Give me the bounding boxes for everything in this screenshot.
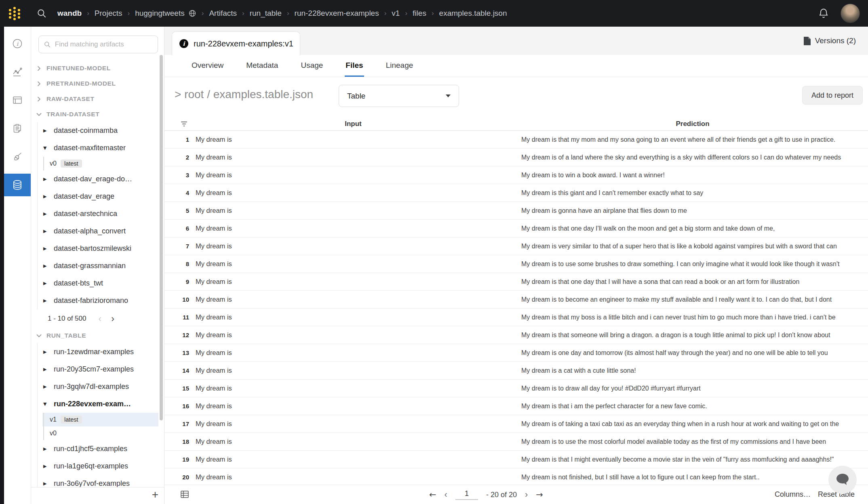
breadcrumb-v1[interactable]: v1 [392,9,400,18]
rail-item-info[interactable]: i [4,29,31,58]
breadcrumb-wandb[interactable]: wandb [57,9,82,18]
table-view-icon[interactable] [181,491,189,498]
table-row[interactable]: 6My dream isMy dream is that one day I'l… [164,220,868,237]
tree-item-dataset-dav-erage-do[interactable]: ▶dataset-dav_erage-do… [31,170,159,188]
tab-files[interactable]: Files [345,55,364,77]
table-row[interactable]: 15My dream isMy dream is to draw all day… [164,380,868,397]
tree-item-dataset-arstechnica[interactable]: ▶dataset-arstechnica [31,205,159,223]
wandb-logo-icon[interactable] [6,5,23,21]
tree-item-dataset-dav-erage[interactable]: ▶dataset-dav_erage [31,188,159,205]
table-row[interactable]: 13My dream isMy dream is one day and tom… [164,344,868,362]
versions-button[interactable]: Versions (2) [803,27,856,55]
column-header-input[interactable]: Input [189,120,517,128]
tab-lineage[interactable]: Lineage [385,55,414,77]
tree-item-dataset-alpha-convert[interactable]: ▶dataset-alpha_convert [31,223,159,240]
artifact-version-tab[interactable]: i run-228evxem-examples:v1 [172,32,300,55]
table-row[interactable]: 7My dream isMy dream is very similar to … [164,237,868,255]
chevron-right-icon [36,81,42,86]
input-cell: My dream is [189,349,517,357]
artifact-search-input[interactable] [54,40,153,49]
breadcrumb-run-table[interactable]: run_table [250,9,282,18]
rail-item-charts[interactable] [4,58,31,86]
page-number-input[interactable]: 1 [455,489,478,500]
tree-item-run-20y35cm7-examples[interactable]: ▶run-20y35cm7-examples [31,361,159,378]
table-row[interactable]: 20My dream isMy dream is not finished, b… [164,468,868,486]
artifact-search[interactable] [38,36,158,53]
tab-overview[interactable]: Overview [191,55,224,77]
tab-metadata[interactable]: Metadata [245,55,279,77]
tree-section-train-dataset[interactable]: TRAIN-DATASET [31,107,159,122]
table-row[interactable]: 3My dream isMy dream is to win a book aw… [164,166,868,184]
table-row[interactable]: 17My dream isMy dream is of taking a tax… [164,415,868,433]
breadcrumb-huggingtweets[interactable]: huggingtweets [135,9,185,18]
prev-chevron[interactable]: ‹ [98,314,101,323]
table-row[interactable]: 14My dream isMy dream is a cat with a cu… [164,362,868,380]
file-path[interactable]: > root / examples.table.json [175,88,313,101]
table-row[interactable]: 5My dream isMy dream is gonna have an ai… [164,202,868,220]
breadcrumb-files[interactable]: files [413,9,426,18]
rail-item-reports[interactable] [4,114,31,143]
table-row[interactable]: 19My dream isMy dream is that I might ev… [164,451,868,468]
tree-section-raw-dataset[interactable]: RAW-DATASET [31,91,159,107]
table-row[interactable]: 4My dream isMy dream is this giant and I… [164,184,868,202]
input-cell: My dream is [189,456,517,463]
tree-item-run-1zewdmar-examples[interactable]: ▶run-1zewdmar-examples [31,343,159,361]
tree-item-dataset-coinmamba[interactable]: ▶dataset-coinmamba [31,122,159,139]
last-page-arrow[interactable]: → [536,490,543,500]
tree-item-dataset-maxfitemaster[interactable]: ▼dataset-maxfitemaster [31,139,159,157]
chat-support-fab[interactable] [828,466,857,494]
add-artifact-button[interactable]: + [152,488,158,501]
table-row[interactable]: 11My dream isMy dream is that my boss is… [164,309,868,326]
table-row[interactable]: 10My dream isMy dream is to become an en… [164,291,868,309]
rail-item-sweeps[interactable] [4,143,31,171]
tree-item-dataset-bts-twt[interactable]: ▶dataset-bts_twt [31,275,159,292]
add-to-report-button[interactable]: Add to report [802,86,863,105]
tree-item-run-228evxem-exam[interactable]: ▼run-228evxem-exam… [31,395,159,413]
tree-version-v0[interactable]: v0 [31,426,159,440]
tree-section-run-table[interactable]: RUN_TABLE [31,328,159,343]
first-page-arrow[interactable]: ← [429,490,436,500]
tree-item-run-cd1jhcf5-examples[interactable]: ▶run-cd1jhcf5-examples [31,440,159,458]
tab-usage[interactable]: Usage [300,55,324,77]
notifications-bell-icon[interactable] [818,8,829,19]
prediction-cell: My dream is that my boss is a little bit… [517,314,868,321]
table-row[interactable]: 16My dream isMy dream is that i am the p… [164,397,868,415]
next-page-chevron[interactable]: › [525,489,528,500]
breadcrumb-examples-table-json[interactable]: examples.table.json [439,9,507,18]
table-row[interactable]: 2My dream isMy dream is of a land where … [164,149,868,166]
sidebar-scrollbar[interactable] [160,55,163,420]
table-row[interactable]: 9My dream isMy dream is that one day tha… [164,273,868,291]
triangle-right-icon: ▶ [43,349,48,355]
tree-version-v1[interactable]: v1latest [31,413,159,426]
tree-section-finetuned-model[interactable]: FINETUNED-MODEL [31,61,159,76]
rail-item-tables[interactable] [4,86,31,114]
tree-section-pretrained-model[interactable]: PRETRAINED-MODEL [31,76,159,91]
next-chevron[interactable]: › [111,314,114,323]
avatar[interactable] [841,4,860,23]
table-row[interactable]: 8My dream isMy dream is to use some brus… [164,255,868,273]
tree-item-run-la1ge6qt-examples[interactable]: ▶run-la1ge6qt-examples [31,458,159,475]
tree-item-run-3o6y7vof-examples[interactable]: ▶run-3o6y7vof-examples [31,475,159,487]
tree-version-v0[interactable]: v0latest [31,157,159,170]
tree-item-dataset-grassmannian[interactable]: ▶dataset-grassmannian [31,257,159,275]
table-row[interactable]: 12My dream isMy dream is that someone wi… [164,326,868,344]
row-index: 2 [170,154,189,161]
breadcrumb-artifacts[interactable]: Artifacts [209,9,237,18]
table-row[interactable]: 18My dream isMy dream is to use the most… [164,433,868,451]
search-icon[interactable] [36,8,47,19]
breadcrumb-run-228evxem-examples[interactable]: run-228evxem-examples [295,9,379,18]
columns-button[interactable]: Columns… [775,490,811,499]
filter-icon[interactable] [181,121,188,127]
column-header-prediction[interactable]: Prediction [517,120,868,128]
breadcrumb-projects[interactable]: Projects [95,9,122,18]
tree-item-dataset-fabrizioromano[interactable]: ▶dataset-fabrizioromano [31,292,159,309]
latest-badge: latest [61,416,82,424]
prediction-cell: My dream is not finished, but I still ha… [517,474,868,481]
rail-item-artifacts[interactable] [4,174,31,196]
table-row[interactable]: 1My dream isMy dream is that my mom and … [164,131,868,149]
prev-page-chevron[interactable]: ‹ [445,489,447,500]
tree-item-label: dataset-dav_erage [54,192,114,201]
tree-item-dataset-bartoszmilewski[interactable]: ▶dataset-bartoszmilewski [31,240,159,257]
view-mode-select[interactable]: Table [339,85,459,107]
tree-item-run-3gqlw7dl-examples[interactable]: ▶run-3gqlw7dl-examples [31,378,159,395]
